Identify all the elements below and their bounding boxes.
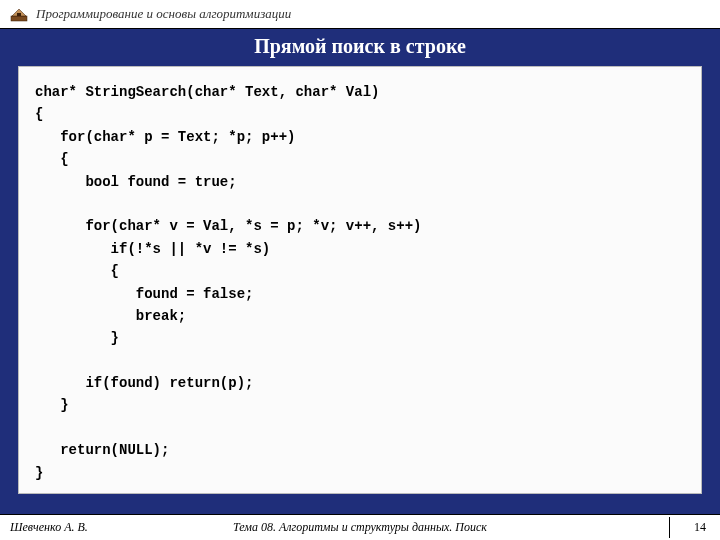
slide-body: Прямой поиск в строке char* StringSearch… <box>0 29 720 514</box>
header-bar: Программирование и основы алгоритмизации <box>0 0 720 28</box>
footer-author: Шевченко А. В. <box>10 520 88 535</box>
logo-icon <box>10 6 28 22</box>
svg-rect-2 <box>17 13 21 16</box>
footer-divider <box>669 517 670 538</box>
svg-rect-0 <box>11 16 27 21</box>
footer-topic: Тема 08. Алгоритмы и структуры данных. П… <box>233 520 487 535</box>
footer-page-number: 14 <box>694 520 706 535</box>
code-block: char* StringSearch(char* Text, char* Val… <box>35 81 685 484</box>
course-title: Программирование и основы алгоритмизации <box>36 6 291 22</box>
slide-title: Прямой поиск в строке <box>0 35 720 58</box>
footer-bar: Шевченко А. В. Тема 08. Алгоритмы и стру… <box>0 514 720 540</box>
code-panel: char* StringSearch(char* Text, char* Val… <box>18 66 702 494</box>
